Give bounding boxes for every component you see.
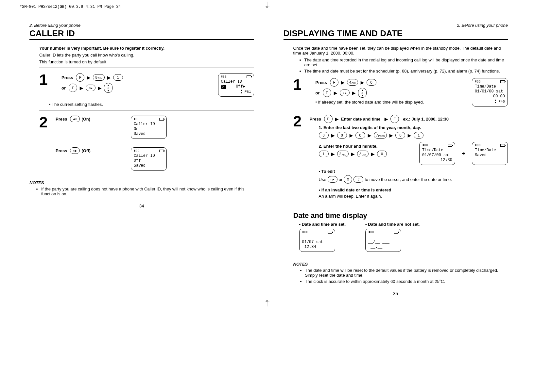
or-label: or: [316, 90, 320, 95]
step-1-left: 1 Press F ▶ 8TUV ▶ 1 or F ▶ ○▸ ▶ ▴○▾: [39, 73, 254, 97]
key-nav-updown: ▴○▾: [358, 88, 367, 98]
off-label: (Off): [81, 148, 90, 153]
antenna-icon: ▮▯▯: [475, 143, 481, 148]
lcd-line: [302, 235, 332, 240]
intro-bullet: The date and time recorded in the redial…: [304, 57, 508, 67]
lcd-line: 12:30: [422, 158, 452, 163]
key-hash: #: [353, 176, 363, 183]
lcd-line: __/__ ___: [368, 240, 398, 245]
arrow-icon: ▶: [98, 86, 101, 90]
page-number-left: 34: [29, 204, 254, 208]
battery-icon: [159, 150, 164, 152]
page-title-right: DISPLAYING TIME AND DATE: [284, 28, 508, 40]
lcd-line: Saved: [475, 153, 505, 158]
lcd-line: Caller ID: [134, 122, 164, 127]
keyseq-date: 0▶ 0▶ 0▶ 7PQRS▶ 0▶ 1: [319, 132, 508, 139]
arrow-icon: ▶: [334, 90, 337, 95]
battery-icon: [500, 144, 505, 147]
set-label: • Date and time are set.: [299, 222, 346, 227]
antenna-icon: ▮▯▯: [475, 80, 481, 84]
press-label: Press: [61, 75, 73, 80]
substep-1-label: 1. Enter the last two degits of the year…: [319, 125, 508, 130]
key-0: 0: [337, 132, 347, 139]
key-8: 8TUV: [93, 74, 104, 81]
enter-date-label: Enter date and time: [341, 117, 381, 122]
lcd-code-line: ▴▾F40: [475, 99, 505, 104]
arrow-icon: ▶: [80, 86, 83, 90]
page-title-left: CALLER ID: [29, 28, 254, 40]
separator: [293, 110, 462, 110]
bullet-dot: •: [316, 100, 318, 105]
step-number-1: 1: [293, 78, 306, 91]
step-2-right: 2 Press F ▶ Enter date and time ▶ F ex.:…: [293, 115, 508, 200]
to-edit-heading: • To edit: [319, 169, 335, 174]
lcd-line: 12:34: [302, 245, 332, 250]
lcd-line: Saved: [134, 163, 164, 168]
key-f: F: [76, 73, 84, 82]
key-nav-updown: ▴○▾: [104, 83, 112, 93]
key-7: 7PQRS: [374, 132, 387, 139]
lcd-line: Saved: [134, 132, 164, 137]
press-label: Press: [56, 117, 67, 122]
battery-icon: [247, 75, 251, 78]
lcd-line: 01/07/00 sat: [422, 153, 452, 158]
key-nav-right: ○▸: [70, 147, 80, 154]
intro-left: Your number is very important. Be sure t…: [39, 46, 254, 64]
invalid-body: An alarm will beep. Enter it again.: [319, 194, 508, 199]
date-time-display-heading: Date and time display: [293, 211, 508, 220]
substep-2-label: 2. Enter the hour and minute.: [319, 144, 413, 149]
lcd-line: 01/07 sat: [302, 240, 332, 245]
arrow-icon: ▶: [385, 117, 388, 122]
or-label: or: [61, 86, 66, 90]
key-f: F: [323, 89, 331, 97]
arrow-icon: ▶: [361, 80, 364, 85]
edit-body-mid: or: [339, 177, 343, 182]
lcd-screen-timedate-default: ▮▯▯ Time/Date 01/01/00 sat 00:00 ▴▾F40: [472, 78, 508, 106]
key-f: F: [324, 115, 333, 123]
antenna-icon: ▮▯▯: [302, 230, 308, 235]
separator: [39, 110, 254, 110]
key-1: 1: [319, 151, 329, 157]
lcd-line: On Off▶: [221, 84, 251, 89]
separator: [39, 68, 254, 68]
key-2: 2ABC: [337, 151, 349, 157]
intro-bullet: The time and date must be set for the sc…: [304, 69, 508, 74]
antenna-icon: ▮▯▯: [134, 149, 140, 153]
lcd-line: Time/Date: [475, 84, 505, 89]
antenna-icon: ▮▯▯: [134, 117, 140, 122]
notes-heading-right: NOTES: [293, 262, 508, 267]
antenna-icon: ▮▯▯: [221, 75, 227, 79]
lcd-line: __:__: [368, 245, 398, 250]
key-nav-left: ◂○: [70, 116, 80, 122]
step-1-right: 1 Press F ▶ 4GHI ▶ 0 or F ▶ ○▸ ▶ ▴○▾: [293, 78, 508, 106]
intro-line-1: Caller ID lets the party you call know w…: [39, 53, 254, 57]
battery-icon: [448, 144, 452, 147]
step1-note: If already set, the stored date and time…: [318, 100, 424, 105]
lcd-line: [368, 235, 398, 240]
key-1: 1: [414, 132, 423, 139]
key-f: F: [390, 115, 399, 123]
lcd-line: Caller ID: [221, 79, 251, 84]
notes-list-right: The date and time will be reset to the d…: [305, 268, 508, 284]
on-label: (On): [81, 117, 90, 122]
note-item: If the party you are calling does not ha…: [41, 187, 254, 196]
key-0: 0: [367, 79, 376, 86]
lcd-screen-on-saved: ▮▯▯ Caller ID On Saved: [131, 116, 167, 139]
key-0: 0: [395, 132, 405, 139]
press-label: Press: [310, 117, 321, 122]
key-4: 4GHI: [347, 79, 358, 86]
battery-icon: [328, 231, 332, 234]
press-label: Press: [316, 80, 327, 85]
battery-icon: [500, 80, 505, 83]
lcd-line: Time/Date: [475, 148, 505, 153]
key-x: X: [344, 175, 352, 184]
note-item: The clock is accurate to within approxim…: [305, 279, 508, 284]
separator: [293, 206, 508, 206]
intro-line-2: This function is turned on by default.: [39, 59, 254, 64]
breadcrumb-right: 2. Before using your phone: [284, 23, 508, 28]
lcd-screen-timedate-entered: ▮▯▯ Time/Date 01/07/00 sat 12:30: [419, 142, 455, 165]
key-f: F: [69, 84, 77, 92]
page-number-right: 35: [284, 291, 508, 296]
lcd-line: Off: [134, 158, 164, 163]
intro-right: Once the date and time have been set, th…: [293, 46, 508, 74]
